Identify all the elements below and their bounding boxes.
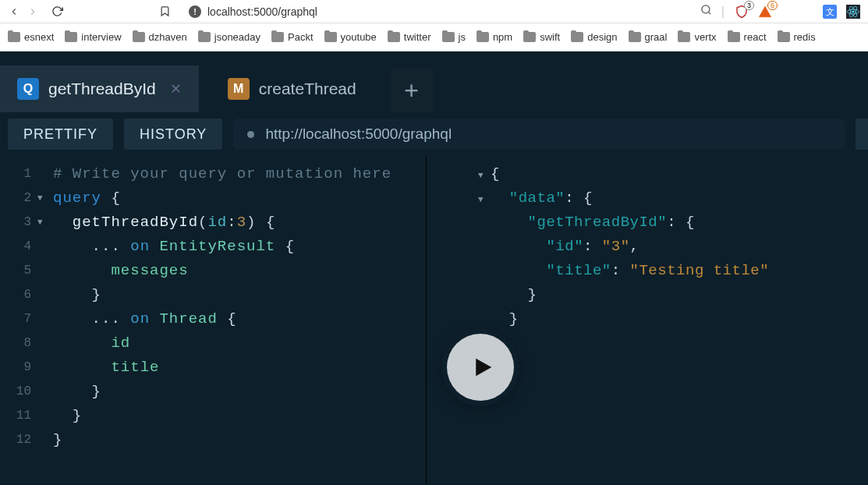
history-button[interactable]: HISTORY [124,119,222,150]
tab-query[interactable]: Q getThreadById ✕ [0,65,199,112]
folder-icon [324,32,337,42]
bookmark-folder[interactable]: youtube [324,31,377,43]
separator: | [721,5,725,19]
folder-icon [523,32,536,42]
response-pane: ▼▼ { "data": { "getThreadById": { "id": … [427,156,868,485]
bookmark-folder[interactable]: swift [523,31,560,43]
folder-icon [477,32,489,42]
query-code[interactable]: # Write your query or mutation here quer… [50,156,391,485]
url-text: localhost:5000/graphql [207,5,317,18]
folder-icon [8,32,20,42]
back-button[interactable] [8,5,20,18]
folder-icon [271,32,284,42]
url-bar[interactable]: ! localhost:5000/graphql [181,2,686,21]
bookmark-folder[interactable]: npm [477,31,512,43]
translate-extension-icon[interactable]: 文 [823,5,837,19]
svg-point-0 [702,5,710,13]
query-editor[interactable]: 123456789101112 ▼▼ # Write your query or… [0,156,426,485]
folder-icon [629,32,641,42]
graphql-playground: Q getThreadById ✕ M createThread + PRETT… [0,51,868,485]
reload-button[interactable] [51,5,64,18]
folder-icon [728,32,740,42]
bookmark-folder[interactable]: vertx [678,31,716,43]
bookmark-folder[interactable]: esnext [8,31,54,43]
bookmark-folder[interactable]: Packt [271,31,314,43]
bookmark-folder[interactable]: react [728,31,767,43]
bookmarks-bar: esnext interview dzhaven jsoneaday Packt… [0,23,868,51]
close-tab-button[interactable]: ✕ [170,80,182,97]
endpoint-url: http://localhost:5000/graphql [265,126,452,143]
response-json: { "data": { "getThreadById": { "id": "3"… [491,162,769,485]
bookmark-folder[interactable]: graal [629,31,668,43]
tab-mutation[interactable]: M createThread [211,65,374,112]
folder-icon [388,32,400,42]
svg-point-4 [852,10,855,12]
mutation-badge-icon: M [228,78,250,100]
bookmark-folder[interactable]: redis [778,31,816,43]
execute-button[interactable] [447,334,514,401]
folder-icon [571,32,583,42]
status-dot-icon [247,131,254,138]
bookmark-folder[interactable]: js [442,31,466,43]
prettify-button[interactable]: PRETTIFY [8,119,113,150]
shield-extension-icon[interactable]: 3 [734,4,749,19]
schema-drawer-handle[interactable] [856,119,868,150]
folder-icon [678,32,690,42]
query-badge-icon: Q [17,78,39,100]
tab-label: getThreadById [48,80,156,98]
browser-toolbar: ! localhost:5000/graphql | 3 6 文 [0,0,868,23]
folder-icon [442,32,455,42]
bookmark-folder[interactable]: twitter [388,31,431,43]
extension-icons: 3 6 [734,4,773,19]
triangle-badge: 6 [767,1,778,10]
editor-area: 123456789101112 ▼▼ # Write your query or… [0,156,868,485]
forward-button[interactable] [27,5,39,18]
folder-icon [133,32,145,42]
bookmark-icon[interactable] [159,5,172,18]
bookmark-folder[interactable]: dzhaven [133,31,187,43]
bookmark-folder[interactable]: interview [65,31,121,43]
bookmark-folder[interactable]: jsoneaday [198,31,260,43]
folder-icon [778,32,790,42]
zoom-icon[interactable] [700,4,712,19]
add-tab-button[interactable]: + [390,69,434,112]
fold-gutter: ▼▼ [37,156,50,485]
folder-icon [198,32,211,42]
tabs-row: Q getThreadById ✕ M createThread + [0,51,868,112]
triangle-extension-icon[interactable]: 6 [757,4,773,19]
folder-icon [65,32,77,42]
response-fold-gutter: ▼▼ [478,162,491,485]
site-info-icon[interactable]: ! [189,5,201,18]
endpoint-input[interactable]: http://localhost:5000/graphql [233,119,845,150]
tab-label: createThread [259,80,356,98]
line-gutter: 123456789101112 [0,156,37,485]
react-devtools-icon[interactable] [846,5,860,19]
shield-badge: 3 [744,1,754,10]
bookmark-folder[interactable]: design [571,31,617,43]
playground-toolbar: PRETTIFY HISTORY http://localhost:5000/g… [0,112,868,156]
svg-text:文: 文 [826,6,834,16]
